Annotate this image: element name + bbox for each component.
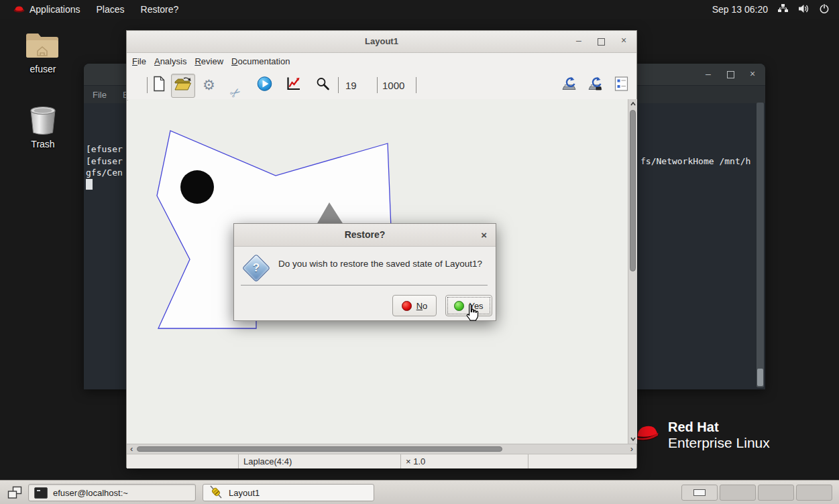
settings-gear-icon[interactable]: ⚙ (203, 77, 215, 93)
workspace-switcher (681, 485, 832, 501)
places-menu-label: Places (97, 4, 125, 15)
layout1-titlebar[interactable]: Layout1 – × (127, 31, 636, 53)
restore-dialog[interactable]: Restore? × ? Do you wish to restore the … (233, 223, 496, 321)
active-app-menu[interactable]: Restore? (133, 0, 187, 19)
workspace-2[interactable] (720, 485, 756, 501)
scroll-right-icon[interactable]: › (630, 444, 633, 454)
terminal-icon (34, 487, 48, 499)
vertical-scrollbar-thumb[interactable] (630, 110, 636, 271)
maximize-icon[interactable] (727, 71, 734, 78)
statusbar-cell-1 (127, 454, 239, 468)
taskbar-item-terminal[interactable]: efuser@localhost:~ (28, 484, 196, 501)
scroll-down-icon[interactable] (630, 436, 636, 442)
top-panel: Applications Places Restore? Sep 13 06:2… (0, 0, 839, 19)
zoom-magnifier-icon[interactable] (315, 76, 330, 94)
close-icon[interactable]: × (481, 224, 487, 246)
toolbar-value-a[interactable]: 19 (345, 80, 357, 91)
applications-menu-label: Applications (30, 4, 80, 15)
applications-menu[interactable]: Applications (5, 0, 89, 19)
minimize-icon[interactable]: – (704, 68, 713, 79)
terminal-line: [efuser (86, 144, 123, 154)
redhat-logo-icon (634, 420, 661, 450)
plot-chart-icon[interactable] (286, 76, 301, 94)
workspace-1[interactable] (681, 485, 718, 501)
branding-line2: Enterprise Linux (668, 435, 770, 450)
run-play-icon[interactable] (257, 76, 272, 94)
question-icon: ? (242, 254, 269, 281)
toolbar-separator (416, 77, 416, 93)
new-document-icon[interactable] (152, 76, 166, 94)
desktop-icon-label: Trash (12, 139, 74, 149)
dialog-titlebar[interactable]: Restore? × (234, 224, 496, 247)
menu-analysis[interactable]: Analysis (150, 53, 190, 70)
power-icon[interactable] (819, 3, 830, 16)
windows-icon (7, 486, 22, 499)
dialog-title: Restore? (234, 224, 496, 246)
trash-icon (12, 105, 74, 137)
bottom-taskbar: efuser@localhost:~ Layout1 (0, 480, 839, 504)
places-menu[interactable]: Places (89, 0, 133, 19)
menu-documentation[interactable]: Documentation (227, 53, 294, 70)
toolbar-separator (338, 77, 339, 93)
horizontal-scrollbar[interactable]: ‹ › (127, 444, 636, 454)
red-orb-icon (402, 301, 412, 311)
workspace-window-icon (693, 489, 706, 496)
restore-disk-alt-icon[interactable] (588, 76, 604, 94)
taskbar-item-layout1[interactable]: Layout1 (203, 484, 374, 501)
taskbar-item-label: Layout1 (229, 488, 260, 498)
close-icon[interactable]: × (748, 68, 757, 79)
scroll-up-icon[interactable] (630, 101, 636, 107)
terminal-scrollbar-thumb[interactable] (757, 369, 763, 386)
maximize-icon[interactable] (598, 38, 605, 46)
network-icon[interactable] (777, 3, 789, 15)
dialog-message: Do you wish to restore the saved state o… (278, 259, 482, 269)
restore-disk-icon[interactable] (561, 76, 577, 94)
home-folder-icon (12, 28, 74, 62)
desktop-icon-label: efuser (12, 64, 74, 74)
branding-line1: Red Hat (668, 420, 770, 435)
layout-circle (180, 170, 214, 204)
no-button[interactable]: No (392, 295, 437, 316)
terminal-scrollbar[interactable] (757, 103, 764, 387)
layout1-menubar: File Analysis Review Documentation (127, 53, 636, 70)
layout1-toolbar: ⚙ ✂ (127, 70, 636, 101)
terminal-line: fs/NetworkHome /mnt/h (640, 156, 750, 166)
taskbar-item-label: efuser@localhost:~ (53, 488, 128, 498)
scroll-left-icon[interactable]: ‹ (130, 444, 133, 454)
statusbar-cell-4 (528, 454, 636, 468)
toolbar-separator (377, 77, 378, 93)
menu-review[interactable]: Review (190, 53, 227, 70)
terminal-line: [efuser (86, 156, 123, 166)
active-app-menu-label: Restore? (141, 4, 179, 15)
vertical-scrollbar[interactable] (628, 99, 637, 444)
window-title: Layout1 (127, 31, 636, 52)
toolbar-separator (147, 77, 148, 93)
statusbar: Laplace(4:4) × 1.0 (127, 454, 636, 468)
menu-file[interactable]: File (128, 53, 150, 70)
open-file-icon[interactable] (174, 76, 192, 94)
hand-cursor (463, 304, 479, 324)
show-desktop-button[interactable] (5, 485, 24, 501)
terminal-menu-file[interactable]: File (93, 90, 107, 100)
terminal-line: gfs/Cen (86, 168, 123, 178)
horizontal-scrollbar-thumb[interactable] (137, 446, 502, 452)
workspace-3[interactable] (758, 485, 794, 501)
dialog-separator (241, 285, 488, 286)
close-icon[interactable]: × (619, 35, 628, 46)
workspace-4[interactable] (796, 485, 832, 501)
minimize-icon[interactable]: – (574, 35, 583, 46)
toolbar-value-b[interactable]: 1000 (382, 80, 404, 91)
desktop-icon-home[interactable]: efuser (12, 28, 74, 74)
statusbar-cell-laplace: Laplace(4:4) (239, 454, 401, 468)
clock[interactable]: Sep 13 06:20 (712, 4, 768, 15)
volume-icon[interactable] (798, 4, 809, 15)
terminal-cursor (86, 179, 93, 190)
desktop-icon-trash[interactable]: Trash (12, 105, 74, 149)
redhat-branding: Red Hat Enterprise Linux (634, 420, 770, 450)
checklist-icon[interactable] (614, 76, 628, 94)
statusbar-cell-zoom: × 1.0 (401, 454, 528, 468)
no-button-label: No (416, 301, 428, 311)
redhat-icon (13, 3, 25, 15)
resistor-icon (209, 485, 223, 501)
